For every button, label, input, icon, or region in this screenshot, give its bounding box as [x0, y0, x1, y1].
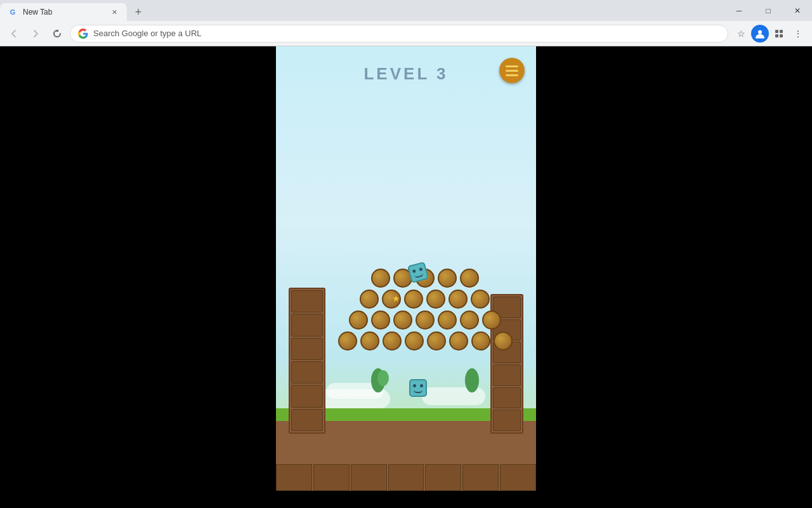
ground-block	[276, 464, 312, 491]
browser-frame: G New Tab ✕ + ─ □ ✕	[0, 0, 812, 508]
tab-close-button[interactable]: ✕	[109, 7, 119, 17]
tab-title: New Tab	[23, 8, 104, 17]
refresh-button[interactable]	[48, 25, 66, 43]
extensions-button[interactable]	[770, 25, 788, 43]
menu-line-3	[506, 74, 518, 76]
green-blob-left2	[377, 370, 389, 386]
ground-block	[500, 464, 536, 491]
menu-line-1	[506, 65, 518, 67]
level-text: LEVEL 3	[363, 64, 448, 84]
tab-bar: G New Tab ✕ +	[0, 0, 147, 21]
new-tab-button[interactable]: +	[129, 3, 147, 21]
forward-button[interactable]	[27, 25, 44, 43]
address-bar: Search Google or type a URL ☆	[0, 21, 812, 46]
title-bar: G New Tab ✕ + ─ □ ✕	[0, 0, 812, 21]
chrome-menu-button[interactable]: ⋮	[789, 25, 807, 43]
toolbar-icons: ☆ ⋮	[732, 25, 807, 43]
back-button[interactable]	[5, 25, 23, 43]
url-bar[interactable]: Search Google or type a URL	[70, 25, 728, 43]
ground-block	[462, 464, 499, 491]
svg-rect-4	[780, 34, 783, 37]
ground-blocks	[276, 464, 536, 491]
svg-rect-2	[780, 30, 783, 33]
menu-line-2	[506, 70, 518, 72]
close-button[interactable]: ✕	[783, 0, 812, 21]
profile-avatar[interactable]	[751, 25, 769, 43]
tab-favicon: G	[8, 7, 18, 17]
svg-rect-1	[775, 30, 778, 33]
active-tab[interactable]: G New Tab ✕	[0, 3, 127, 21]
game-container[interactable]: LEVEL 3	[276, 46, 536, 491]
ground-block	[313, 464, 350, 491]
content-area: LEVEL 3	[0, 46, 812, 508]
ground-block	[351, 464, 387, 491]
url-text: Search Google or type a URL	[93, 29, 720, 38]
character-bottom	[409, 379, 427, 397]
ground-block	[425, 464, 461, 491]
minimize-button[interactable]: ─	[724, 0, 754, 21]
window-controls: ─ □ ✕	[724, 0, 812, 21]
maximize-button[interactable]: □	[754, 0, 783, 21]
star-icon: ★	[392, 293, 400, 304]
bookmark-button[interactable]: ☆	[732, 25, 750, 43]
tower-left	[289, 288, 325, 434]
ground-block	[388, 464, 424, 491]
svg-rect-3	[775, 34, 778, 37]
green-blob-right	[465, 368, 479, 392]
google-logo	[78, 29, 88, 39]
menu-button[interactable]	[499, 58, 525, 83]
